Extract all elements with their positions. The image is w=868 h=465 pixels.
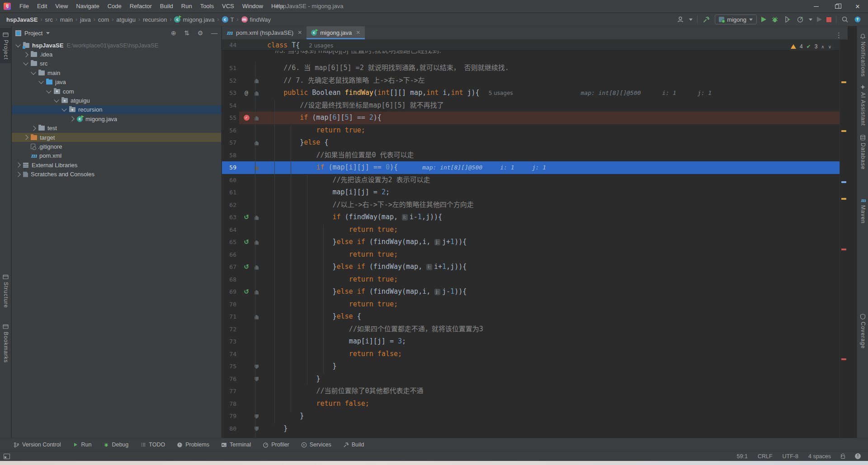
menu-item-tools[interactable]: Tools [196, 0, 218, 13]
minimize-button[interactable] [806, 0, 826, 13]
line-number[interactable]: 52 [222, 75, 236, 87]
next-issue-icon[interactable]: ∨ [828, 44, 831, 49]
chevron-expanded-icon[interactable] [54, 97, 59, 102]
breadcrumb-item-hspjavase[interactable]: hspJavaSE [6, 16, 38, 23]
code-line-57[interactable]: 57 }else { [222, 136, 848, 149]
editor-area[interactable]: mpom.xml (hspJavaSE)✕cmigong.java✕⋮ 44cl… [222, 26, 848, 438]
line-number[interactable]: 80 [222, 423, 236, 435]
recursive-call-icon[interactable]: ↺ [241, 261, 252, 273]
breadcrumb-item-main[interactable]: main [60, 16, 73, 23]
menu-item-vcs[interactable]: VCS [218, 0, 238, 13]
menu-item-window[interactable]: Window [238, 0, 267, 13]
code-line-68[interactable]: 68 return true; [222, 273, 848, 286]
line-number[interactable]: 67 [222, 261, 236, 273]
line-number[interactable]: 69 [222, 286, 236, 298]
toolwindow-toggle-icon[interactable] [4, 454, 10, 459]
toolwindow-button-run[interactable]: Run [72, 442, 91, 448]
notifications-icon[interactable]: ! [855, 453, 861, 459]
line-number[interactable]: 71 [222, 310, 236, 323]
ide-update-icon[interactable] [854, 15, 862, 23]
code-line-73[interactable]: 73 map[i][j] = 3; [222, 335, 848, 348]
tree-item-java[interactable]: java [12, 78, 221, 87]
close-tab-icon[interactable]: ✕ [356, 29, 360, 36]
code-line-67[interactable]: 67↺ }else if (findWay(map, i:i+1,j)){ [222, 261, 848, 273]
tree-item-src[interactable]: src [12, 59, 221, 68]
close-tab-icon[interactable]: ✕ [297, 29, 302, 36]
code-line-70[interactable]: 70 return true; [222, 298, 848, 311]
tool-strip-ai-assistant[interactable]: AI Assistant [857, 80, 868, 130]
line-number[interactable]: 55 [222, 112, 236, 124]
line-number[interactable]: 54 [222, 99, 236, 112]
code-line-72[interactable]: 72 //如果四个位置都走不通，就将该位置置为3 [222, 323, 848, 336]
line-number[interactable]: 68 [222, 273, 236, 286]
code-line-56[interactable]: 56 return true; [222, 124, 848, 137]
editor-tab-migong-java[interactable]: cmigong.java✕ [307, 26, 365, 39]
breadcrumb-item-atguigu[interactable]: atguigu [116, 16, 136, 23]
line-number[interactable]: 59 [222, 161, 236, 174]
chevron-expanded-icon[interactable] [38, 79, 43, 84]
tree-item-atguigu[interactable]: atguigu [12, 96, 221, 105]
code-line-58[interactable]: 58 //如果当前位置是0 代表可以走 [222, 149, 848, 162]
toolwindow-button-terminal[interactable]: Terminal [221, 442, 251, 448]
code-line-55[interactable]: 55✓ if (map[6][5] == 2){ [222, 112, 848, 124]
tool-strip-structure[interactable]: Structure [0, 270, 11, 312]
menu-item-edit[interactable]: Edit [33, 0, 51, 13]
error-stripe[interactable] [840, 40, 848, 438]
menu-item-view[interactable]: View [51, 0, 72, 13]
menu-item-file[interactable]: File [15, 0, 33, 13]
line-number[interactable]: 73 [222, 335, 236, 348]
code-line-78[interactable]: 78 return false; [222, 398, 848, 410]
recursive-call-icon[interactable]: ↺ [241, 236, 252, 249]
editor-tab-more-icon[interactable]: ⋮ [835, 31, 848, 39]
line-number[interactable]: 74 [222, 348, 236, 361]
code-line-61[interactable]: 61 map[i][j] = 2; [222, 186, 848, 199]
prev-issue-icon[interactable]: ∧ [821, 44, 824, 49]
chevron-expanded-icon[interactable] [23, 61, 28, 66]
line-number[interactable]: 61 [222, 186, 236, 199]
line-number[interactable]: 78 [222, 398, 236, 410]
close-button[interactable]: ✕ [847, 0, 868, 13]
breadcrumb-item-findway[interactable]: mfindWay [241, 16, 271, 23]
chevron-collapsed-icon[interactable] [23, 52, 28, 57]
line-number[interactable]: 63 [222, 211, 236, 224]
line-number[interactable]: 56 [222, 124, 236, 137]
chevron-expanded-icon[interactable] [31, 70, 36, 75]
toolwindow-button-services[interactable]: Services [301, 442, 331, 448]
line-number[interactable]: 65 [222, 236, 236, 249]
line-number[interactable]: 79 [222, 410, 236, 423]
locate-file-icon[interactable]: ⊕ [171, 29, 176, 37]
tree-item-recursion[interactable]: recursion [12, 105, 221, 114]
stripe-mark[interactable] [841, 81, 846, 83]
indent-setting[interactable]: 4 spaces [808, 453, 831, 460]
chevron-expanded-icon[interactable] [15, 42, 20, 47]
code-line-63[interactable]: 63↺ if (findWay(map, i:i-1,j)){ [222, 211, 848, 224]
code-line-69[interactable]: 69↺ }else if (findWay(map,i, j:j-1)){ [222, 286, 848, 298]
toolwindow-button-todo[interactable]: TODO [140, 442, 165, 448]
debug-button[interactable] [771, 15, 779, 23]
breadcrumb-item-migong-java[interactable]: cmigong.java [174, 16, 214, 23]
readonly-lock-icon[interactable] [841, 456, 845, 459]
menu-item-navigate[interactable]: Navigate [72, 0, 103, 13]
code-line-62[interactable]: 62 //以上->右->下->左的策略往其他四个方向走 [222, 199, 848, 211]
menu-item-refactor[interactable]: Refactor [126, 0, 156, 13]
tree-item-target[interactable]: target [12, 133, 221, 142]
tree-item-test[interactable]: test [12, 124, 221, 133]
recursive-call-icon[interactable]: ↺ [241, 286, 252, 298]
search-everywhere-icon[interactable] [841, 15, 849, 23]
run-button[interactable] [761, 17, 766, 22]
tree-item-scratches-and-consoles[interactable]: Scratches and Consoles [12, 169, 221, 178]
tree-item-migong-java[interactable]: cmigong.java [12, 114, 221, 123]
project-view-dropdown-icon[interactable] [46, 32, 50, 34]
code-line-64[interactable]: 64 return true; [222, 224, 848, 236]
line-separator[interactable]: CRLF [758, 453, 773, 460]
code-line-71[interactable]: 71 }else { [222, 310, 848, 323]
code-line-79[interactable]: 79 } [222, 410, 848, 423]
breakpoint-icon[interactable]: ✓ [241, 112, 252, 124]
run-configuration-select[interactable]: migong [715, 14, 757, 24]
menu-item-run[interactable]: Run [177, 0, 196, 13]
breadcrumb-item-com[interactable]: com [98, 16, 109, 23]
chevron-collapsed-icon[interactable] [69, 117, 74, 122]
usages-inlay[interactable]: 2 usages [309, 42, 333, 49]
tree-item-external-libraries[interactable]: External Libraries [12, 160, 221, 169]
gear-icon[interactable]: ⚙ [198, 29, 203, 37]
